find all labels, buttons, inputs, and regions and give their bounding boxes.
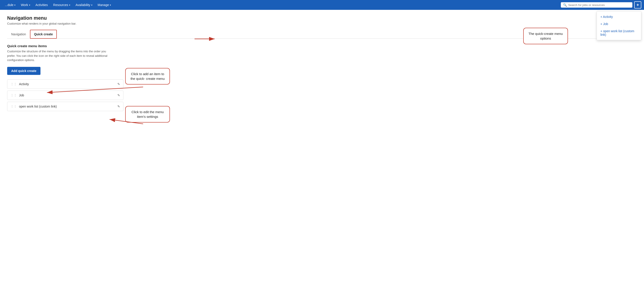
callout-edit-settings: Click to edit the menu item's settings xyxy=(125,106,170,122)
tabs-container: Navigation Quick create xyxy=(7,30,637,39)
dropdown-item-activity[interactable]: + Activity xyxy=(597,13,641,20)
main-content: Navigation menu Customize what renders i… xyxy=(0,10,644,292)
nav-item-work[interactable]: Work ▾ xyxy=(18,2,32,8)
section-description: Customize the structure of the menu by d… xyxy=(7,49,114,62)
work-caret: ▾ xyxy=(29,4,30,6)
nav-work-label: Work xyxy=(21,3,28,7)
quick-create-button[interactable]: + xyxy=(634,1,641,8)
nav-item-resources[interactable]: Resources ▾ xyxy=(51,2,72,8)
nav-item-manage[interactable]: Manage ▾ xyxy=(96,2,113,8)
search-area: 🔍 xyxy=(561,2,632,8)
top-navigation: ...dule ▾ Work ▾ Activities Resources ▾ … xyxy=(0,0,644,10)
menu-item-label-job: Job xyxy=(19,94,115,97)
svg-line-3 xyxy=(110,120,143,124)
callout-add-item: Click to add an item to the quick- creat… xyxy=(125,68,170,84)
menu-item-row: ⋮⋮ Activity ✎ xyxy=(7,79,124,89)
nav-activities-label: Activities xyxy=(36,3,48,7)
resources-caret: ▾ xyxy=(69,4,70,6)
nav-availability-label: Availability xyxy=(76,3,90,7)
menu-items-list: ⋮⋮ Activity ✎ ⋮⋮ Job ✎ ⋮⋮ open work list… xyxy=(7,79,124,111)
manage-caret: ▾ xyxy=(110,4,111,6)
drag-handle-activity[interactable]: ⋮⋮ xyxy=(10,82,17,86)
edit-icon-job[interactable]: ✎ xyxy=(118,94,120,97)
tab-quick-create[interactable]: Quick create xyxy=(30,30,57,39)
edit-icon-open-work-list[interactable]: ✎ xyxy=(118,105,120,108)
page-subtitle: Customize what renders in your global na… xyxy=(7,22,637,25)
menu-item-label-open-work-list: open work list (custom link) xyxy=(19,105,115,108)
nav-manage-label: Manage xyxy=(98,3,109,7)
nav-item-availability[interactable]: Availability ▾ xyxy=(73,2,94,8)
dropdown-item-open-work-list[interactable]: + open work list (custom link) xyxy=(597,28,641,38)
dropdown-item-job[interactable]: + Job xyxy=(597,20,641,28)
quick-create-dropdown: + Activity + Job + open work list (custo… xyxy=(596,11,641,40)
menu-item-label-activity: Activity xyxy=(19,82,115,86)
search-input[interactable] xyxy=(568,3,630,7)
search-icon: 🔍 xyxy=(563,3,567,7)
availability-caret: ▾ xyxy=(91,4,92,6)
section-title: Quick create menu items xyxy=(7,44,637,48)
drag-handle-open-work-list[interactable]: ⋮⋮ xyxy=(10,105,17,108)
edit-icon-activity[interactable]: ✎ xyxy=(118,82,120,86)
nav-items-container: ...dule ▾ Work ▾ Activities Resources ▾ … xyxy=(3,2,561,8)
add-quick-create-button[interactable]: Add quick create xyxy=(7,67,40,75)
tab-navigation[interactable]: Navigation xyxy=(7,30,30,39)
module-label: ...dule xyxy=(5,3,14,7)
menu-item-row: ⋮⋮ Job ✎ xyxy=(7,90,124,100)
page-title: Navigation menu xyxy=(7,15,637,21)
nav-item-activities[interactable]: Activities xyxy=(33,2,50,8)
nav-resources-label: Resources xyxy=(53,3,68,7)
menu-item-row: ⋮⋮ open work list (custom link) ✎ xyxy=(7,102,124,111)
drag-handle-job[interactable]: ⋮⋮ xyxy=(10,94,17,97)
nav-module[interactable]: ...dule ▾ xyxy=(3,2,18,8)
module-caret: ▾ xyxy=(14,4,16,6)
